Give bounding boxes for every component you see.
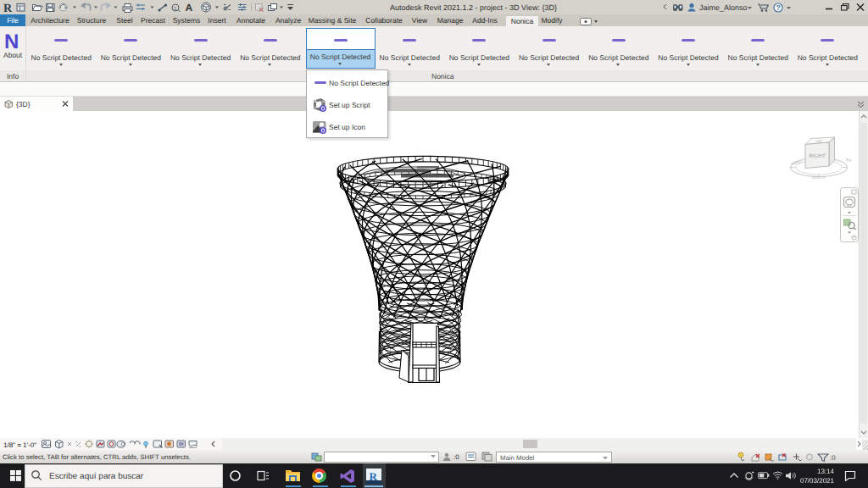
- svg-text:TOP: TOP: [815, 140, 822, 143]
- svg-text:R: R: [370, 470, 378, 483]
- svg-text:N: N: [4, 30, 19, 53]
- svg-text:1/8" = 1'-0": 1/8" = 1'-0": [3, 441, 36, 449]
- svg-text:A: A: [186, 2, 193, 14]
- svg-text:About: About: [3, 51, 23, 59]
- svg-text:R: R: [3, 3, 13, 14]
- svg-text:SOUTH: SOUTH: [812, 175, 826, 180]
- svg-text:RIGHT: RIGHT: [810, 153, 826, 159]
- svg-text:{3D}: {3D}: [16, 100, 31, 108]
- svg-text::0: :0: [830, 454, 836, 462]
- svg-text:?: ?: [776, 3, 780, 12]
- svg-text:EA: EA: [846, 158, 852, 163]
- svg-text:Jaime_Alonso: Jaime_Alonso: [699, 3, 748, 12]
